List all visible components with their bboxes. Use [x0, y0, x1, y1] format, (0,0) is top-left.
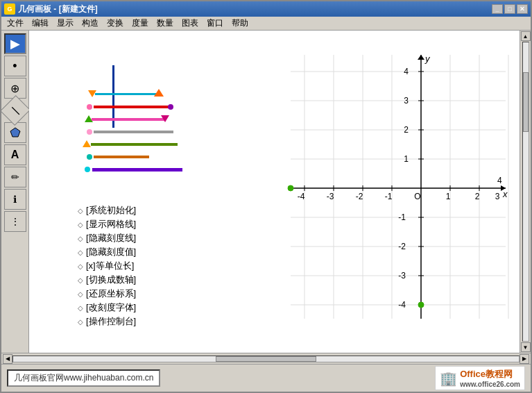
scroll-up-button[interactable]: ▲ — [521, 31, 531, 41]
svg-text:-4: -4 — [298, 192, 305, 201]
menu-file[interactable]: 文件 — [3, 16, 28, 31]
svg-text:-2: -2 — [356, 192, 363, 201]
scroll-right-button[interactable]: ▶ — [520, 354, 529, 364]
scroll-thumb[interactable] — [523, 72, 529, 132]
menu-graph[interactable]: 图表 — [178, 16, 203, 31]
h-scroll-thumb[interactable] — [216, 356, 317, 362]
svg-text:-3: -3 — [327, 192, 334, 201]
list-item-1: ◇ [系统初始化] — [78, 204, 136, 217]
diamond-7: ◇ — [78, 290, 83, 298]
svg-text:-1: -1 — [398, 212, 406, 222]
menu-bar: 文件 编辑 显示 构造 变换 度量 数量 图表 窗口 帮助 — [1, 17, 531, 31]
list-item-6: ◇ [切换成数轴] — [78, 274, 136, 286]
horizontal-scrollbar[interactable]: ◀ ▶ — [1, 353, 531, 364]
scroll-down-button[interactable]: ▼ — [521, 342, 531, 352]
menu-transform[interactable]: 变换 — [103, 16, 128, 31]
menu-measure[interactable]: 度量 — [128, 16, 153, 31]
left-toolbar: ▶ • ⊕ | A ✏ ℹ ⋮ — [1, 31, 29, 353]
window-controls: _ □ ✕ — [492, 4, 528, 14]
menu-construct[interactable]: 构造 — [78, 16, 103, 31]
text-tool[interactable]: A — [4, 144, 26, 165]
svg-marker-19 — [418, 55, 424, 60]
diamond-4: ◇ — [78, 249, 83, 256]
svg-text:2: 2 — [475, 192, 480, 201]
diamond-1: ◇ — [78, 207, 83, 215]
svg-point-55 — [288, 185, 293, 191]
logo-url: www.office26.com — [460, 381, 520, 388]
diamond-9: ◇ — [78, 318, 83, 326]
point-tool[interactable]: • — [4, 56, 26, 76]
pen-tool[interactable]: ✏ — [4, 167, 26, 187]
svg-text:1: 1 — [404, 154, 409, 164]
svg-text:4: 4 — [497, 176, 502, 185]
diamond-6: ◇ — [78, 276, 83, 284]
menu-number[interactable]: 数量 — [153, 16, 178, 31]
operations-list: ◇ [系统初始化] ◇ [显示网格线] ◇ [隐藏刻度线] ◇ [隐藏刻度值] — [78, 204, 136, 328]
canvas[interactable]: ◇ [系统初始化] ◇ [显示网格线] ◇ [隐藏刻度线] ◇ [隐藏刻度值] — [29, 31, 520, 353]
title-bar: G 几何画板 - [新建文件] _ □ ✕ — [1, 1, 531, 17]
svg-text:-4: -4 — [398, 300, 406, 310]
svg-text:x: x — [502, 189, 508, 199]
close-button[interactable]: ✕ — [517, 4, 528, 14]
h-scroll-track — [12, 356, 520, 362]
list-item-9: ◇ [操作控制台] — [78, 315, 136, 328]
list-item-7: ◇ [还原坐标系] — [78, 287, 136, 300]
app-icon: G — [4, 3, 15, 15]
diamond-8: ◇ — [78, 304, 83, 312]
diamond-3: ◇ — [78, 235, 83, 242]
window-title: 几何画板 - [新建文件] — [18, 3, 492, 15]
scroll-track — [522, 42, 529, 342]
bottom-bar: 几何画板官网www.jihehuaban.com.cn 🏢 Office教程网 … — [1, 364, 531, 392]
svg-text:y: y — [424, 53, 431, 64]
cursor-tool[interactable]: ▶ — [4, 33, 26, 54]
logo-name: Office教程网 — [460, 368, 520, 381]
website-label: 几何画板官网www.jihehuaban.com.cn — [7, 369, 160, 387]
svg-text:2: 2 — [404, 125, 409, 135]
vertical-scrollbar[interactable]: ▲ ▼ — [520, 31, 531, 353]
office-logo: 🏢 Office教程网 www.office26.com — [435, 366, 525, 390]
svg-text:-3: -3 — [398, 271, 406, 281]
svg-text:3: 3 — [495, 192, 500, 201]
svg-text:O: O — [414, 192, 420, 201]
main-window: G 几何画板 - [新建文件] _ □ ✕ 文件 编辑 显示 构造 变换 度量 … — [0, 0, 532, 393]
svg-text:-2: -2 — [398, 242, 406, 251]
menu-display[interactable]: 显示 — [53, 16, 78, 31]
info-tool[interactable]: ℹ — [4, 189, 26, 210]
more-tool[interactable]: ⋮ — [4, 211, 26, 232]
segments-panel — [81, 65, 192, 197]
menu-window[interactable]: 窗口 — [203, 16, 228, 31]
list-item-5: ◇ [x]等单位长] — [78, 260, 136, 272]
menu-help[interactable]: 帮助 — [228, 16, 252, 31]
svg-point-56 — [418, 302, 424, 308]
list-item-4: ◇ [隐藏刻度值] — [78, 246, 136, 258]
svg-text:4: 4 — [404, 67, 409, 76]
diamond-5: ◇ — [78, 262, 83, 270]
list-item-2: ◇ [显示网格线] — [78, 218, 136, 231]
svg-text:-1: -1 — [385, 192, 393, 201]
minimize-button[interactable]: _ — [492, 4, 503, 14]
coordinate-system: -4 -3 -2 -1 O 1 2 3 4 4 x 4 3 2 — [284, 48, 513, 333]
maximize-button[interactable]: □ — [504, 4, 515, 14]
main-area: ▶ • ⊕ | A ✏ ℹ ⋮ — [1, 31, 531, 353]
diamond-2: ◇ — [78, 221, 83, 228]
office-icon: 🏢 — [440, 370, 457, 387]
line-tool[interactable]: | — [1, 95, 30, 126]
list-item-3: ◇ [隐藏刻度线] — [78, 232, 136, 244]
svg-text:3: 3 — [404, 96, 409, 106]
list-item-8: ◇ [改刻度字体] — [78, 301, 136, 314]
scroll-left-button[interactable]: ◀ — [3, 354, 12, 364]
svg-marker-0 — [10, 128, 20, 137]
svg-text:1: 1 — [446, 192, 451, 201]
menu-edit[interactable]: 编辑 — [28, 16, 53, 31]
